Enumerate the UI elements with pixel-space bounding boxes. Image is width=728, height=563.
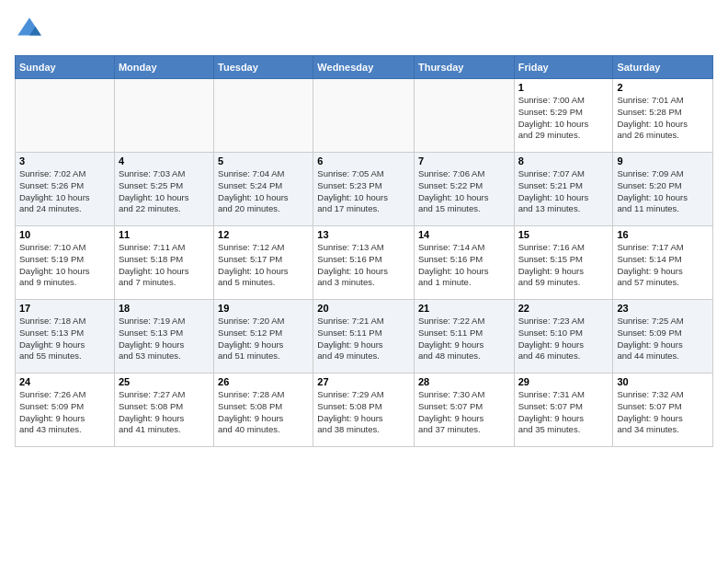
calendar-cell: 11Sunrise: 7:11 AM Sunset: 5:18 PM Dayli… [114,226,213,300]
calendar-cell: 13Sunrise: 7:13 AM Sunset: 5:16 PM Dayli… [313,226,415,300]
calendar-cell: 4Sunrise: 7:03 AM Sunset: 5:25 PM Daylig… [114,153,213,226]
day-number: 7 [418,155,510,167]
calendar-cell [16,79,115,153]
day-info: Sunrise: 7:16 AM Sunset: 5:15 PM Dayligh… [518,242,609,289]
day-info: Sunrise: 7:31 AM Sunset: 5:07 PM Dayligh… [518,389,609,436]
calendar-cell: 21Sunrise: 7:22 AM Sunset: 5:11 PM Dayli… [414,300,514,373]
day-number: 20 [317,303,410,314]
calendar-cell: 16Sunrise: 7:17 AM Sunset: 5:14 PM Dayli… [613,226,713,300]
calendar-cell: 17Sunrise: 7:18 AM Sunset: 5:13 PM Dayli… [16,300,115,373]
day-info: Sunrise: 7:11 AM Sunset: 5:18 PM Dayligh… [119,242,210,289]
calendar-cell [214,79,313,153]
calendar-week-row: 3Sunrise: 7:02 AM Sunset: 5:26 PM Daylig… [16,153,713,226]
weekday-header-row: SundayMondayTuesdayWednesdayThursdayFrid… [16,56,713,79]
day-info: Sunrise: 7:22 AM Sunset: 5:11 PM Dayligh… [418,316,510,362]
day-info: Sunrise: 7:30 AM Sunset: 5:07 PM Dayligh… [418,389,510,436]
calendar-cell: 2Sunrise: 7:01 AM Sunset: 5:28 PM Daylig… [613,79,713,153]
day-info: Sunrise: 7:27 AM Sunset: 5:08 PM Dayligh… [119,389,210,436]
calendar-cell: 28Sunrise: 7:30 AM Sunset: 5:07 PM Dayli… [414,373,514,447]
calendar-cell: 15Sunrise: 7:16 AM Sunset: 5:15 PM Dayli… [514,226,613,300]
calendar-cell: 3Sunrise: 7:02 AM Sunset: 5:26 PM Daylig… [16,153,115,226]
calendar-cell: 5Sunrise: 7:04 AM Sunset: 5:24 PM Daylig… [214,153,313,226]
calendar-week-row: 24Sunrise: 7:26 AM Sunset: 5:09 PM Dayli… [16,373,713,447]
day-number: 26 [218,376,309,387]
calendar-cell: 10Sunrise: 7:10 AM Sunset: 5:19 PM Dayli… [16,226,115,300]
day-number: 22 [518,303,609,314]
day-number: 28 [418,376,510,387]
calendar-cell: 30Sunrise: 7:32 AM Sunset: 5:07 PM Dayli… [613,373,713,447]
logo [15,15,48,44]
day-info: Sunrise: 7:25 AM Sunset: 5:09 PM Dayligh… [617,316,709,362]
day-info: Sunrise: 7:17 AM Sunset: 5:14 PM Dayligh… [617,242,709,289]
day-info: Sunrise: 7:21 AM Sunset: 5:11 PM Dayligh… [317,316,410,362]
day-number: 1 [518,82,609,93]
day-info: Sunrise: 7:18 AM Sunset: 5:13 PM Dayligh… [19,316,110,362]
weekday-header-wednesday: Wednesday [313,56,415,79]
day-info: Sunrise: 7:05 AM Sunset: 5:23 PM Dayligh… [317,168,410,215]
day-info: Sunrise: 7:19 AM Sunset: 5:13 PM Dayligh… [119,316,210,362]
calendar-cell: 6Sunrise: 7:05 AM Sunset: 5:23 PM Daylig… [313,153,415,226]
calendar-cell: 22Sunrise: 7:23 AM Sunset: 5:10 PM Dayli… [514,300,613,373]
day-info: Sunrise: 7:07 AM Sunset: 5:21 PM Dayligh… [518,168,609,215]
day-info: Sunrise: 7:13 AM Sunset: 5:16 PM Dayligh… [317,242,410,289]
calendar-week-row: 17Sunrise: 7:18 AM Sunset: 5:13 PM Dayli… [16,300,713,373]
day-info: Sunrise: 7:12 AM Sunset: 5:17 PM Dayligh… [218,242,309,289]
calendar-cell [313,79,415,153]
weekday-header-monday: Monday [114,56,213,79]
page-header [15,15,713,44]
day-info: Sunrise: 7:23 AM Sunset: 5:10 PM Dayligh… [518,316,609,362]
day-number: 5 [218,155,309,167]
day-number: 25 [119,376,210,387]
calendar-cell: 14Sunrise: 7:14 AM Sunset: 5:16 PM Dayli… [414,226,514,300]
calendar-cell: 20Sunrise: 7:21 AM Sunset: 5:11 PM Dayli… [313,300,415,373]
calendar-cell: 24Sunrise: 7:26 AM Sunset: 5:09 PM Dayli… [16,373,115,447]
day-info: Sunrise: 7:01 AM Sunset: 5:28 PM Dayligh… [617,95,709,142]
calendar-cell: 27Sunrise: 7:29 AM Sunset: 5:08 PM Dayli… [313,373,415,447]
calendar-table: SundayMondayTuesdayWednesdayThursdayFrid… [15,55,713,447]
calendar-cell: 9Sunrise: 7:09 AM Sunset: 5:20 PM Daylig… [613,153,713,226]
calendar-cell: 19Sunrise: 7:20 AM Sunset: 5:12 PM Dayli… [214,300,313,373]
calendar-cell: 1Sunrise: 7:00 AM Sunset: 5:29 PM Daylig… [514,79,613,153]
calendar-cell: 23Sunrise: 7:25 AM Sunset: 5:09 PM Dayli… [613,300,713,373]
calendar-cell: 7Sunrise: 7:06 AM Sunset: 5:22 PM Daylig… [414,153,514,226]
calendar-cell: 12Sunrise: 7:12 AM Sunset: 5:17 PM Dayli… [214,226,313,300]
weekday-header-thursday: Thursday [414,56,514,79]
day-info: Sunrise: 7:28 AM Sunset: 5:08 PM Dayligh… [218,389,309,436]
calendar-cell: 25Sunrise: 7:27 AM Sunset: 5:08 PM Dayli… [114,373,213,447]
day-number: 24 [19,376,110,387]
weekday-header-saturday: Saturday [613,56,713,79]
day-number: 23 [617,303,709,314]
calendar-cell: 29Sunrise: 7:31 AM Sunset: 5:07 PM Dayli… [514,373,613,447]
day-info: Sunrise: 7:02 AM Sunset: 5:26 PM Dayligh… [19,168,110,215]
day-info: Sunrise: 7:26 AM Sunset: 5:09 PM Dayligh… [19,389,110,436]
day-number: 21 [418,303,510,314]
day-info: Sunrise: 7:32 AM Sunset: 5:07 PM Dayligh… [617,389,709,436]
day-number: 27 [317,376,410,387]
day-number: 2 [617,82,709,93]
day-number: 14 [418,229,510,240]
day-number: 11 [119,229,210,240]
day-number: 19 [218,303,309,314]
day-number: 29 [518,376,609,387]
day-info: Sunrise: 7:10 AM Sunset: 5:19 PM Dayligh… [19,242,110,289]
day-number: 30 [617,376,709,387]
day-number: 18 [119,303,210,314]
weekday-header-friday: Friday [514,56,613,79]
calendar-cell: 18Sunrise: 7:19 AM Sunset: 5:13 PM Dayli… [114,300,213,373]
day-info: Sunrise: 7:20 AM Sunset: 5:12 PM Dayligh… [218,316,309,362]
day-info: Sunrise: 7:29 AM Sunset: 5:08 PM Dayligh… [317,389,410,436]
day-info: Sunrise: 7:00 AM Sunset: 5:29 PM Dayligh… [518,95,609,142]
weekday-header-tuesday: Tuesday [214,56,313,79]
day-number: 15 [518,229,609,240]
day-info: Sunrise: 7:09 AM Sunset: 5:20 PM Dayligh… [617,168,709,215]
day-number: 4 [119,155,210,167]
weekday-header-sunday: Sunday [16,56,115,79]
day-number: 9 [617,155,709,167]
calendar-week-row: 1Sunrise: 7:00 AM Sunset: 5:29 PM Daylig… [16,79,713,153]
day-number: 17 [19,303,110,314]
calendar-cell [414,79,514,153]
day-number: 16 [617,229,709,240]
day-number: 6 [317,155,410,167]
calendar-week-row: 10Sunrise: 7:10 AM Sunset: 5:19 PM Dayli… [16,226,713,300]
day-info: Sunrise: 7:04 AM Sunset: 5:24 PM Dayligh… [218,168,309,215]
